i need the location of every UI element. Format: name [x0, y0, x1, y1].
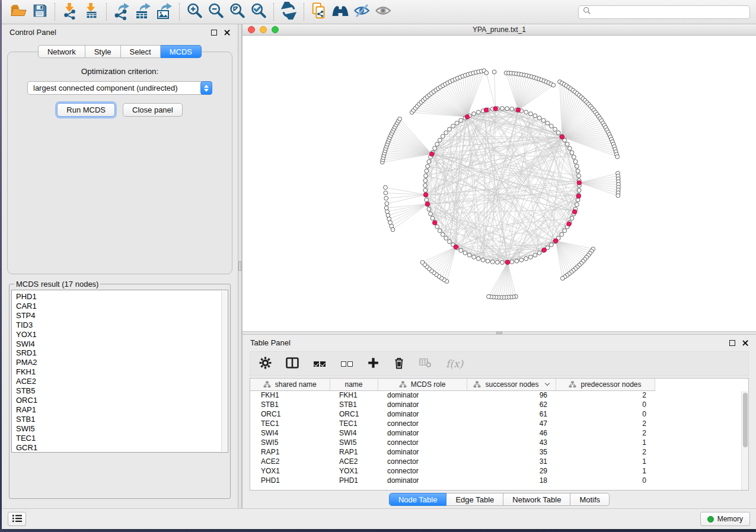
mcds-result-item[interactable]: ACE2 — [16, 377, 219, 386]
mcds-result-item[interactable]: RAP1 — [16, 405, 219, 415]
deselect-all-button[interactable] — [340, 356, 353, 371]
mcds-result-item[interactable]: SRD1 — [16, 348, 219, 358]
float-panel-icon[interactable] — [211, 30, 217, 36]
splitter-handle[interactable] — [238, 261, 241, 271]
close-window-icon[interactable] — [248, 26, 255, 33]
scrollbar-thumb[interactable] — [743, 393, 748, 447]
maximize-window-icon[interactable] — [272, 26, 279, 33]
mcds-result-item[interactable]: YOX1 — [16, 330, 219, 339]
table-cell: 0 — [556, 476, 655, 485]
table-cell-filler — [655, 428, 672, 438]
split-panel-button[interactable] — [286, 356, 299, 371]
table-row[interactable]: FKH1FKH1dominator962 — [250, 390, 672, 400]
table-row[interactable]: TEC1TEC1connector472 — [250, 419, 672, 428]
optimization-criterion-select[interactable]: largest connected component (undirected) — [27, 81, 212, 95]
table-tab-node-table[interactable]: Node Table — [389, 493, 447, 506]
add-column-button[interactable] — [368, 356, 379, 371]
result-list-scrollbar[interactable] — [221, 291, 227, 451]
tab-select[interactable]: Select — [121, 45, 161, 58]
sort-desc-icon — [544, 381, 549, 386]
import-table-button[interactable] — [81, 2, 102, 22]
table-row[interactable]: YOX1YOX1connector291 — [250, 466, 672, 476]
network-search-field[interactable] — [578, 5, 750, 19]
mcds-result-item[interactable]: SWI4 — [16, 339, 219, 349]
horizontal-splitter[interactable] — [243, 331, 756, 335]
function-builder-button: f(x) — [446, 356, 463, 371]
search-network-button[interactable] — [330, 2, 351, 22]
mcds-result-item[interactable]: STB5 — [16, 386, 219, 396]
refresh-icon — [280, 2, 298, 22]
mcds-result-item[interactable]: TEC1 — [16, 434, 219, 443]
table-row[interactable]: RAP1RAP1dominator352 — [250, 447, 672, 457]
table-row[interactable]: PHD1PHD1dominator180 — [250, 476, 672, 485]
run-mcds-button[interactable]: Run MCDS — [57, 103, 115, 117]
tab-mcds[interactable]: MCDS — [161, 45, 202, 58]
fx-icon: f(x) — [446, 358, 463, 370]
export-network-button[interactable] — [111, 2, 132, 22]
apply-layout-button[interactable] — [278, 2, 299, 22]
table-tabs: Node TableEdge TableNetwork TableMotifs — [243, 491, 756, 508]
table-tab-edge-table[interactable]: Edge Table — [446, 493, 503, 506]
minimize-window-icon[interactable] — [260, 26, 267, 33]
vertical-splitter[interactable] — [238, 24, 242, 508]
zoom-fit-button[interactable] — [227, 2, 248, 22]
zoom-out-button[interactable] — [205, 2, 227, 22]
status-bar: Memory — [2, 508, 756, 529]
table-tab-network-table[interactable]: Network Table — [503, 493, 570, 506]
table-cell: connector — [378, 438, 467, 447]
mcds-result-item[interactable]: PHD1 — [16, 292, 219, 302]
mcds-result-list[interactable]: PHD1CAR1STP4TID3YOX1SWI4SRD1PMA2FKH1ACE2… — [11, 290, 228, 453]
tree-icon — [569, 381, 576, 388]
export-table-button[interactable] — [132, 2, 154, 22]
mcds-result-item[interactable]: TID3 — [16, 321, 219, 330]
column-header-MCDS-role[interactable]: MCDS role — [378, 379, 467, 390]
network-canvas[interactable] — [243, 36, 756, 331]
column-header-successor-nodes[interactable]: successor nodes — [467, 379, 556, 390]
mcds-result-item[interactable]: STB1 — [16, 415, 219, 424]
splitter-handle[interactable] — [496, 332, 502, 334]
mcds-result-item[interactable]: SWI5 — [16, 424, 219, 434]
tab-style[interactable]: Style — [85, 45, 121, 58]
deselect-all-icon — [340, 358, 353, 369]
export-image-button[interactable] — [154, 2, 175, 22]
tab-network[interactable]: Network — [38, 45, 85, 58]
table-row[interactable]: STB1STB1dominator620 — [250, 400, 672, 409]
mcds-result-item[interactable]: GCR1 — [16, 443, 219, 453]
mcds-result-item[interactable]: STP4 — [16, 311, 219, 321]
table-row[interactable]: ORC1ORC1dominator610 — [250, 409, 672, 419]
delete-column-button[interactable] — [393, 356, 405, 371]
close-panel-icon[interactable] — [742, 339, 748, 346]
zoom-selected-icon — [250, 2, 267, 22]
mcds-result-item[interactable]: ORC1 — [16, 396, 219, 405]
eye-icon — [374, 1, 393, 23]
mcds-result-item[interactable]: PMA2 — [16, 358, 219, 367]
column-header-name[interactable]: name — [330, 379, 378, 390]
table-scrollbar[interactable] — [741, 391, 748, 490]
close-panel-icon[interactable] — [224, 29, 230, 36]
table-cell: FKH1 — [250, 390, 330, 400]
mcds-result-item[interactable]: FKH1 — [16, 367, 219, 377]
table-row[interactable]: SWI5SWI5connector431 — [250, 438, 672, 447]
hide-selected-button[interactable] — [351, 2, 372, 22]
mcds-result-item[interactable]: CAR1 — [16, 302, 219, 311]
table-row[interactable]: ACE2ACE2connector311 — [250, 457, 672, 466]
close-panel-button[interactable]: Close panel — [123, 103, 183, 117]
zoom-in-button[interactable] — [184, 2, 205, 22]
table-row[interactable]: SWI4SWI4dominator462 — [250, 428, 672, 438]
float-panel-icon[interactable] — [729, 340, 735, 346]
memory-button[interactable]: Memory — [700, 512, 750, 526]
table-cell: TEC1 — [250, 419, 330, 428]
table-tab-motifs[interactable]: Motifs — [570, 493, 610, 506]
column-settings-button[interactable] — [259, 356, 272, 371]
save-session-button[interactable] — [29, 2, 50, 22]
import-network-button[interactable] — [59, 2, 81, 22]
table-cell-filler — [655, 466, 672, 476]
column-header-predecessor-nodes[interactable]: predecessor nodes — [556, 379, 655, 390]
select-all-button[interactable] — [313, 356, 326, 371]
search-input[interactable] — [594, 8, 745, 16]
zoom-selected-button[interactable] — [248, 2, 269, 22]
task-history-button[interactable] — [8, 512, 26, 526]
column-header-shared-name[interactable]: shared name — [250, 379, 330, 390]
open-session-button[interactable] — [8, 2, 29, 22]
share-document-button[interactable] — [308, 2, 330, 22]
